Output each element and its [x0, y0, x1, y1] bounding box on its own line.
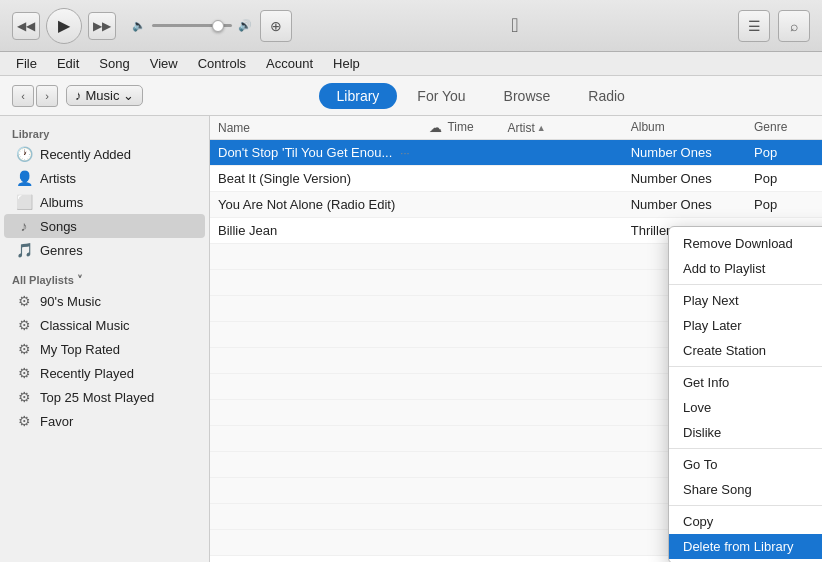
artists-icon: 👤 [16, 170, 32, 186]
song-name: Don't Stop 'Til You Get Enou... ··· [218, 145, 423, 160]
recently-added-icon: 🕐 [16, 146, 32, 162]
menu-song[interactable]: Song [91, 54, 137, 73]
playlist-icon-recently-played: ⚙ [16, 365, 32, 381]
tab-library[interactable]: Library [319, 83, 398, 109]
albums-icon: ⬜ [16, 194, 32, 210]
apple-logo:  [300, 14, 730, 37]
library-label: Music [86, 88, 120, 103]
song-options-dots[interactable]: ··· [400, 147, 409, 159]
col-header-cloud: ☁ [423, 120, 447, 135]
list-view-button[interactable]: ☰ [738, 10, 770, 42]
table-row[interactable]: Don't Stop 'Til You Get Enou... ··· Numb… [210, 140, 822, 166]
ctx-love[interactable]: Love [669, 395, 822, 420]
table-row[interactable]: Beat It (Single Version) Number Ones Pop [210, 166, 822, 192]
music-note-icon: ♪ [75, 88, 82, 103]
sidebar-item-favor[interactable]: ⚙ Favor [4, 409, 205, 433]
ctx-copy[interactable]: Copy [669, 509, 822, 534]
ctx-separator [669, 505, 822, 506]
ctx-delete-from-library[interactable]: Delete from Library [669, 534, 822, 559]
nav-tabs: Library For You Browse Radio [151, 83, 810, 109]
sidebar-label-recently-played: Recently Played [40, 366, 134, 381]
song-genre: Pop [754, 145, 814, 160]
sidebar-item-songs[interactable]: ♪ Songs [4, 214, 205, 238]
menu-view[interactable]: View [142, 54, 186, 73]
ctx-play-next[interactable]: Play Next [669, 288, 822, 313]
ctx-share-song[interactable]: Share Song › [669, 477, 822, 502]
sidebar-item-90s-music[interactable]: ⚙ 90's Music [4, 289, 205, 313]
search-button[interactable]: ⌕ [778, 10, 810, 42]
content-area: Name ☁ Time Artist ▲ Album Genre Don't S… [210, 116, 822, 562]
playlist-icon-top-rated: ⚙ [16, 341, 32, 357]
library-section-header: Library [0, 124, 209, 142]
sidebar-item-albums[interactable]: ⬜ Albums [4, 190, 205, 214]
next-button[interactable]: ▶▶ [88, 12, 116, 40]
sidebar-label-albums: Albums [40, 195, 83, 210]
table-header: Name ☁ Time Artist ▲ Album Genre [210, 116, 822, 140]
col-header-time[interactable]: Time [447, 120, 507, 135]
sidebar-item-artists[interactable]: 👤 Artists [4, 166, 205, 190]
airplay-button[interactable]: ⊕ [260, 10, 292, 42]
songs-icon: ♪ [16, 218, 32, 234]
ctx-remove-download[interactable]: Remove Download [669, 231, 822, 256]
prev-button[interactable]: ◀◀ [12, 12, 40, 40]
cloud-icon: ☁ [429, 120, 442, 135]
sidebar-label-top25: Top 25 Most Played [40, 390, 154, 405]
play-button[interactable]: ▶ [46, 8, 82, 44]
ctx-get-info[interactable]: Get Info [669, 370, 822, 395]
library-selector[interactable]: ♪ Music ⌄ [66, 85, 143, 106]
sidebar-label-genres: Genres [40, 243, 83, 258]
table-row[interactable]: You Are Not Alone (Radio Edit) Number On… [210, 192, 822, 218]
sidebar-item-classical[interactable]: ⚙ Classical Music [4, 313, 205, 337]
song-album: Number Ones [631, 171, 754, 186]
back-button[interactable]: ‹ [12, 85, 34, 107]
ctx-separator [669, 448, 822, 449]
sidebar-label-top-rated: My Top Rated [40, 342, 120, 357]
ctx-separator [669, 366, 822, 367]
tab-radio[interactable]: Radio [570, 83, 643, 109]
ctx-add-to-playlist[interactable]: Add to Playlist › [669, 256, 822, 281]
sidebar-label-artists: Artists [40, 171, 76, 186]
sidebar-item-genres[interactable]: 🎵 Genres [4, 238, 205, 262]
col-header-name[interactable]: Name [218, 120, 423, 135]
sidebar-item-recently-added[interactable]: 🕐 Recently Added [4, 142, 205, 166]
song-genre: Pop [754, 197, 814, 212]
volume-max-icon: 🔊 [238, 19, 252, 32]
sidebar-item-recently-played[interactable]: ⚙ Recently Played [4, 361, 205, 385]
chevron-down-icon: ⌄ [123, 88, 134, 103]
forward-button[interactable]: › [36, 85, 58, 107]
ctx-dislike[interactable]: Dislike [669, 420, 822, 445]
menu-file[interactable]: File [8, 54, 45, 73]
slider-track [152, 24, 232, 27]
menu-edit[interactable]: Edit [49, 54, 87, 73]
volume-icon: 🔈 [132, 19, 146, 32]
playback-controls: ◀◀ ▶ ▶▶ [12, 8, 116, 44]
sidebar-item-top25[interactable]: ⚙ Top 25 Most Played [4, 385, 205, 409]
menu-controls[interactable]: Controls [190, 54, 254, 73]
sort-arrow-icon: ▲ [537, 123, 546, 133]
menu-help[interactable]: Help [325, 54, 368, 73]
song-name: Beat It (Single Version) [218, 171, 423, 186]
ctx-go-to[interactable]: Go To › [669, 452, 822, 477]
navbar: ‹ › ♪ Music ⌄ Library For You Browse Rad… [0, 76, 822, 116]
sidebar: Library 🕐 Recently Added 👤 Artists ⬜ Alb… [0, 116, 210, 562]
sidebar-label-songs: Songs [40, 219, 77, 234]
sidebar-label-classical: Classical Music [40, 318, 130, 333]
menu-account[interactable]: Account [258, 54, 321, 73]
titlebar: ◀◀ ▶ ▶▶ 🔈 🔊 ⊕  ☰ ⌕ [0, 0, 822, 52]
song-name: You Are Not Alone (Radio Edit) [218, 197, 423, 212]
volume-slider[interactable]: 🔈 🔊 [132, 19, 252, 32]
tab-browse[interactable]: Browse [486, 83, 569, 109]
playlist-icon-classical: ⚙ [16, 317, 32, 333]
col-header-genre[interactable]: Genre [754, 120, 814, 135]
song-album: Number Ones [631, 145, 754, 160]
song-genre: Pop [754, 171, 814, 186]
playlist-icon-top25: ⚙ [16, 389, 32, 405]
sidebar-item-top-rated[interactable]: ⚙ My Top Rated [4, 337, 205, 361]
playlist-icon-favor: ⚙ [16, 413, 32, 429]
col-header-album[interactable]: Album [631, 120, 754, 135]
ctx-play-later[interactable]: Play Later [669, 313, 822, 338]
ctx-create-station[interactable]: Create Station [669, 338, 822, 363]
playlists-section-header[interactable]: All Playlists ˅ [0, 270, 209, 289]
tab-for-you[interactable]: For You [399, 83, 483, 109]
col-header-artist[interactable]: Artist ▲ [507, 120, 630, 135]
